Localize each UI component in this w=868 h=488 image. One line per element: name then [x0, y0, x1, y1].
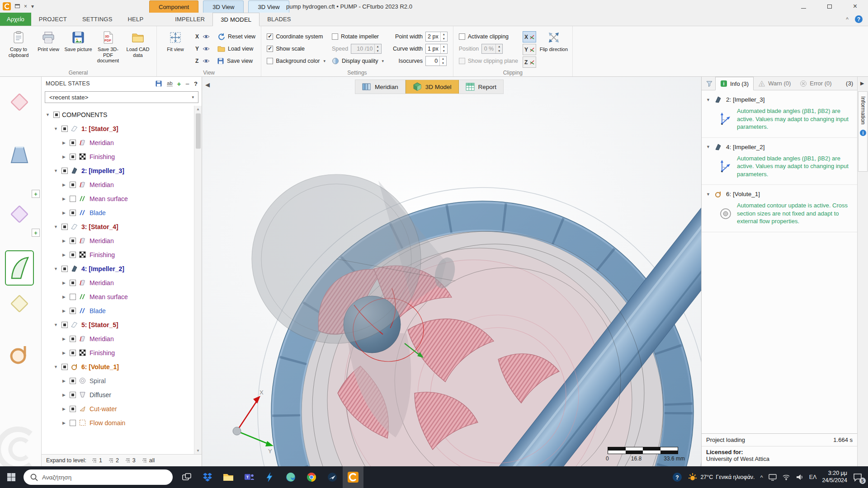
tree-expander-icon[interactable]: ▼ — [52, 225, 59, 229]
collapse-ribbon-icon[interactable]: ^ — [846, 16, 849, 23]
curve-width-stepper[interactable]: 1 px ▲▼ — [425, 44, 448, 54]
viewport-tab-3d-model[interactable]: 3D Model — [406, 80, 459, 94]
taskbar-app-cfturbo[interactable] — [343, 466, 363, 488]
tree-node-label[interactable]: 5: [Stator_5] — [81, 321, 118, 328]
menu-item-3d-model[interactable]: 3D MODEL — [212, 13, 259, 26]
tree-checkbox[interactable] — [70, 154, 76, 160]
view-axis-y-button[interactable]: Y — [193, 42, 212, 55]
help-icon[interactable]: ? — [855, 15, 863, 23]
checkbox-icon[interactable] — [267, 46, 273, 52]
tree-row[interactable]: ▼2: [Impeller_3] — [42, 164, 194, 178]
flip-direction-button[interactable]: Flip direction — [539, 28, 569, 68]
taskbar-app-task-view[interactable] — [176, 466, 197, 488]
message-tab-info-3[interactable]: iInfo (3) — [715, 77, 754, 90]
tree-node-label[interactable]: 6: [Volute_1] — [81, 363, 119, 371]
tree-checkbox[interactable] — [70, 392, 76, 398]
tree-expander-icon[interactable]: ▶ — [61, 393, 67, 397]
tray-overflow-icon[interactable]: ^ — [760, 474, 763, 481]
tree-row[interactable]: ▶Meridian — [42, 178, 194, 192]
tree-checkbox[interactable] — [70, 420, 76, 426]
save-view-button[interactable]: Save view — [215, 55, 257, 67]
tree-checkbox[interactable] — [61, 364, 68, 370]
tree-checkbox[interactable] — [70, 238, 76, 244]
tree-row[interactable]: ▶Mean surface — [42, 290, 194, 304]
tree-node-label[interactable]: Mean surface — [90, 293, 128, 300]
chevron-down-icon[interactable]: ▼ — [706, 145, 710, 149]
menu-item-help[interactable]: HELP — [120, 13, 151, 26]
tree-node-label[interactable]: COMPONENTS — [62, 111, 107, 118]
taskbar-app-dropbox[interactable] — [197, 466, 218, 488]
tree-row[interactable]: ▶Meridian — [42, 276, 194, 290]
tree-node-label[interactable]: 2: [Impeller_3] — [81, 167, 124, 174]
taskbar-search[interactable]: Αναζήτηση — [24, 469, 173, 485]
coordinate-system-checkbox[interactable]: Coordinate system — [265, 30, 327, 42]
tree-node-label[interactable]: 1: [Stator_3] — [81, 125, 118, 132]
tree-checkbox[interactable] — [61, 322, 68, 328]
help-icon[interactable]: ? — [194, 80, 198, 87]
menu-item-impeller[interactable]: IMPELLER — [167, 13, 212, 26]
color-swatch-icon[interactable] — [267, 58, 273, 64]
point-width-stepper[interactable]: 2 px ▲▼ — [425, 32, 448, 42]
load-view-button[interactable]: Load view — [215, 42, 257, 55]
tree-expander-icon[interactable]: ▶ — [61, 379, 67, 383]
save-3d-pdf-document-button[interactable]: 3DPDFSave 3D-PDF document — [93, 28, 123, 68]
activate-clipping-checkbox[interactable]: Activate clipping — [457, 30, 520, 42]
tree-checkbox[interactable] — [53, 112, 60, 118]
palette-item-stator-purple-component[interactable] — [7, 202, 32, 227]
tree-row[interactable]: ▼6: [Volute_1] — [42, 360, 194, 374]
tree-row[interactable]: ▶Meridian — [42, 332, 194, 346]
fit-view-button[interactable]: Fit view — [160, 28, 190, 68]
clip-axis-y-button[interactable]: Y — [523, 44, 536, 55]
tree-checkbox[interactable] — [61, 224, 68, 230]
palette-item-cone-component[interactable] — [7, 143, 32, 168]
tree-checkbox[interactable] — [70, 378, 76, 384]
tree-node-label[interactable]: Meridian — [90, 279, 114, 286]
tree-row[interactable]: ▶Meridian — [42, 234, 194, 248]
taskbar-app-chrome[interactable] — [301, 466, 322, 488]
tree-expander-icon[interactable]: ▶ — [61, 281, 67, 285]
scroll-down-icon[interactable]: ▼ — [196, 447, 200, 454]
tree-expander-icon[interactable]: ▶ — [61, 309, 67, 313]
checkbox-icon[interactable] — [459, 33, 465, 40]
tree-checkbox[interactable] — [70, 406, 76, 412]
tree-checkbox[interactable] — [70, 140, 76, 146]
tree-row[interactable]: ▼5: [Stator_5] — [42, 318, 194, 332]
tree-row[interactable]: ▶Finishing — [42, 150, 194, 164]
tree-node-label[interactable]: Meridian — [90, 335, 114, 343]
show-clipping-plane-checkbox[interactable]: Show clipping plane — [457, 55, 520, 67]
tree-checkbox[interactable] — [70, 350, 76, 356]
tree-expander-icon[interactable]: ▶ — [61, 183, 67, 187]
message-tab-error-0[interactable]: Error (0) — [795, 77, 836, 90]
viewport-3d[interactable]: ◀ Meridian3D ModelReport — [202, 77, 701, 466]
checkbox-icon[interactable] — [267, 33, 273, 40]
network-tray-icon[interactable] — [782, 474, 790, 480]
viewport-tab-meridian[interactable]: Meridian — [355, 80, 406, 94]
tree-node-label[interactable]: 4: [Impeller_2] — [81, 265, 124, 272]
tree-row[interactable]: ▶Cut-water — [42, 402, 194, 416]
taskbar-app-teams[interactable]: T — [239, 466, 259, 488]
tree-row[interactable]: ▶Finishing — [42, 248, 194, 262]
view-axis-z-button[interactable]: Z — [193, 55, 212, 67]
expand-level-3-button[interactable]: 3 — [125, 457, 136, 464]
tree-row[interactable]: ▶Diffuser — [42, 388, 194, 402]
tree-expander-icon[interactable]: ▶ — [61, 253, 67, 257]
clip-axis-z-button[interactable]: Z — [523, 56, 536, 68]
show-scale-checkbox[interactable]: Show scale — [265, 42, 327, 55]
message-group-header[interactable]: ▼2: [Impeller_3] — [702, 90, 857, 106]
doc-tab-component[interactable]: Component — [149, 0, 198, 13]
chevron-down-icon[interactable]: ▼ — [706, 98, 710, 102]
recent-state-dropdown[interactable]: <recent state> ▾ — [45, 91, 198, 103]
print-view-button[interactable]: Print view — [33, 28, 63, 68]
tree-row[interactable]: ▶Spiral — [42, 374, 194, 388]
menu-item-settings[interactable]: SETTINGS — [75, 13, 120, 26]
tree-node-label[interactable]: Flow domain — [90, 419, 125, 427]
tree-node-label[interactable]: Cut-water — [90, 405, 117, 413]
tree-expander-icon[interactable]: ▶ — [61, 211, 67, 215]
tree-row[interactable]: ▼COMPONENTS — [42, 108, 194, 122]
message-group-header[interactable]: ▼4: [Impeller_2] — [702, 138, 857, 154]
checkbox-icon[interactable] — [459, 58, 465, 64]
spinner-arrows-icon[interactable]: ▲▼ — [440, 44, 447, 53]
tree-expander-icon[interactable]: ▶ — [61, 141, 67, 145]
tree-row[interactable]: ▶Blade — [42, 304, 194, 318]
tree-row[interactable]: ▼4: [Impeller_2] — [42, 262, 194, 276]
